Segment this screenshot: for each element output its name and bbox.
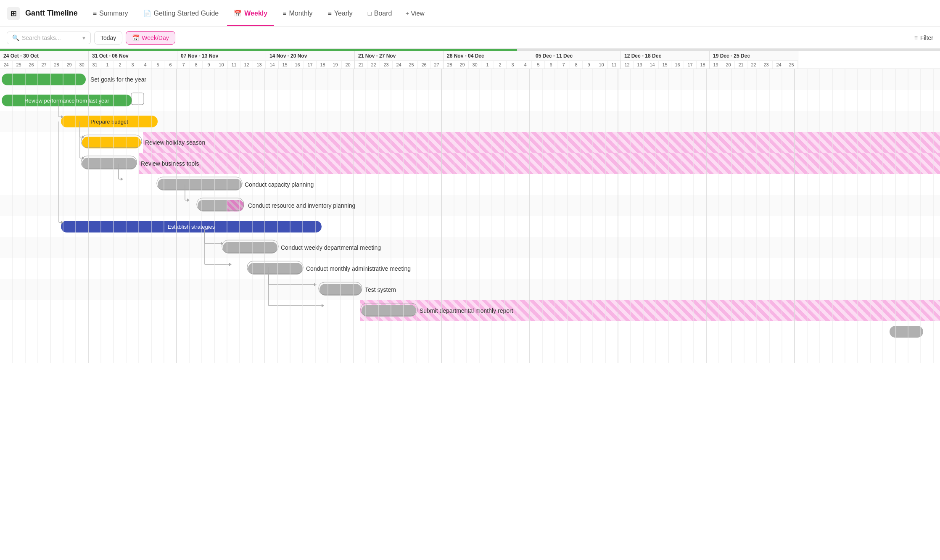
week-nov7: 07 Nov - 13 Nov 7 8 9 10 11 12 13: [177, 51, 266, 69]
weekly-tab-icon: 📅: [234, 10, 242, 17]
week-dec12: 12 Dec - 18 Dec 12 13 14 15 16 17 18: [621, 51, 710, 69]
label-set-goals: Set goals for the year: [90, 76, 146, 83]
bar-weekly-dept[interactable]: [223, 242, 277, 254]
bar-resource-stripe: [227, 200, 244, 211]
task-row-resource: Conduct resource and inventory planning: [0, 195, 940, 216]
search-box[interactable]: 🔍 Search tasks... ▾: [7, 32, 91, 44]
filter-button[interactable]: ≡ Filter: [914, 34, 933, 41]
bar-report[interactable]: [362, 305, 416, 317]
bar-strategies[interactable]: Establish strategies: [61, 221, 322, 232]
bar-prepare-budget[interactable]: Prepare budget: [61, 116, 158, 127]
app-container: ⊞ Gantt Timeline ≡ Summary 📄 Getting Sta…: [0, 0, 940, 560]
header: ⊞ Gantt Timeline ≡ Summary 📄 Getting Sta…: [0, 0, 940, 27]
task-row-report: Submit departmental monthly report: [0, 300, 940, 321]
search-icon: 🔍: [12, 34, 19, 41]
task-row-strategies: Establish strategies: [0, 216, 940, 237]
task-row-weekly-dept: Conduct weekly departmental meeting: [0, 237, 940, 258]
dropdown-icon[interactable]: ▾: [82, 34, 85, 41]
summary-tab-icon: ≡: [93, 10, 97, 17]
bar-set-goals[interactable]: [2, 74, 86, 85]
task-row-test: Test system: [0, 279, 940, 300]
board-tab-icon: □: [368, 10, 372, 17]
label-report: Submit departmental monthly report: [420, 307, 513, 314]
tab-board[interactable]: □ Board: [361, 6, 399, 21]
bar-review-perf[interactable]: Review performance from last year: [2, 95, 132, 106]
label-capacity: Conduct capacity planning: [245, 181, 314, 188]
getting-started-icon: 📄: [143, 10, 151, 17]
bar-monthly-admin[interactable]: [248, 263, 303, 275]
add-view-button[interactable]: + View: [401, 6, 430, 20]
task-row-biztools: Review business tools: [0, 153, 940, 174]
filter-icon: ≡: [914, 34, 918, 41]
tab-getting-started[interactable]: 📄 Getting Started Guide: [137, 6, 226, 21]
tab-summary[interactable]: ≡ Summary: [86, 6, 135, 21]
label-monthly-admin: Conduct monthly administrative meeting: [306, 265, 411, 272]
task-row-last: [0, 321, 940, 342]
week-dec5: 05 Dec - 11 Dec 5 6 7 8 9 10 11: [532, 51, 621, 69]
task-row-holiday: Review holiday season: [0, 132, 940, 153]
yearly-tab-icon: ≡: [328, 10, 332, 17]
tab-monthly[interactable]: ≡ Monthly: [276, 6, 319, 21]
week-nov28: 28 Nov - 04 Dec 28 29 30 1 2 3 4: [444, 51, 532, 69]
toolbar: 🔍 Search tasks... ▾ Today 📅 Week/Day ≡ F…: [0, 27, 940, 49]
task-row-set-goals: Set goals for the year: [0, 69, 940, 90]
tab-weekly[interactable]: 📅 Weekly: [227, 6, 274, 21]
week-day-button[interactable]: 📅 Week/Day: [126, 31, 175, 45]
week-nov14: 14 Nov - 20 Nov 14 15 16 17 18 19 20: [266, 51, 355, 69]
label-test: Test system: [365, 286, 396, 293]
label-holiday: Review holiday season: [145, 139, 205, 146]
week-nov21: 21 Nov - 27 Nov 21 22 23 24 25 26 27: [355, 51, 444, 69]
bar-test[interactable]: [319, 284, 362, 296]
app-icon: ⊞: [7, 7, 20, 20]
task-row-prepare-budget: Prepare budget: [0, 111, 940, 132]
task-row-review-perf: Review performance from last year: [0, 90, 940, 111]
bar-biztools[interactable]: [82, 158, 137, 169]
tab-yearly[interactable]: ≡ Yearly: [321, 6, 359, 21]
today-button[interactable]: Today: [94, 31, 122, 45]
date-header: 24 Oct - 30 Oct 24 25 26 27 28 29 30 31 …: [0, 51, 940, 69]
calendar-icon: 📅: [132, 34, 139, 41]
bar-holiday[interactable]: [82, 137, 141, 148]
week-oct24: 24 Oct - 30 Oct 24 25 26 27 28 29 30: [0, 51, 89, 69]
monthly-tab-icon: ≡: [283, 10, 286, 17]
task-row-capacity: Conduct capacity planning: [0, 174, 940, 195]
gantt-area: Set goals for the year Review performanc…: [0, 69, 940, 552]
week-dec19: 19 Dec - 25 Dec 19 20 21 22 23 24 25: [710, 51, 798, 69]
label-biztools: Review business tools: [141, 160, 199, 167]
bar-capacity[interactable]: [158, 179, 242, 190]
label-resource: Conduct resource and inventory planning: [248, 202, 355, 209]
app-title: Gantt Timeline: [25, 9, 78, 18]
label-weekly-dept: Conduct weekly departmental meeting: [281, 244, 381, 251]
task-row-monthly-admin: Conduct monthly administrative meeting: [0, 258, 940, 279]
week-oct31: 31 Oct - 06 Nov 31 1 2 3 4 5 6: [89, 51, 177, 69]
timeline-container: 24 Oct - 30 Oct 24 25 26 27 28 29 30 31 …: [0, 49, 940, 560]
bar-last[interactable]: [890, 326, 923, 338]
